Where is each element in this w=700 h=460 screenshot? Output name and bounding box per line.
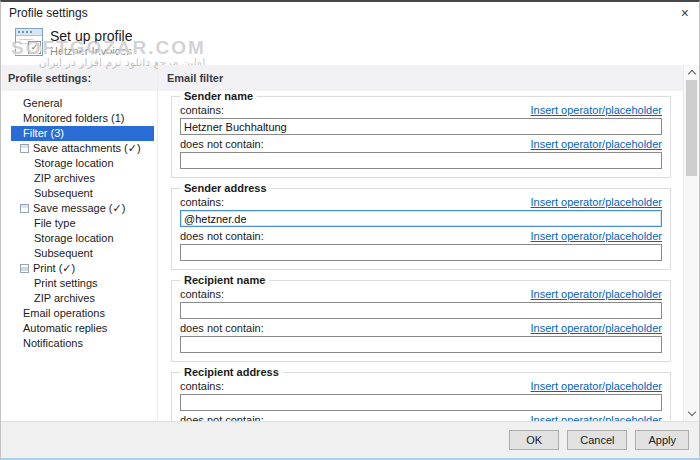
sidebar-item-storage-location[interactable]: Storage location (1, 156, 157, 171)
sidebar-item-label: Monitored folders (1) (23, 111, 125, 126)
field-label: does not contain: (180, 322, 264, 334)
scrollbar-thumb[interactable] (686, 80, 697, 176)
recipient-address-contains-input[interactable] (180, 394, 662, 411)
sidebar-header: Profile settings: (1, 65, 157, 91)
sidebar-list: GeneralMonitored folders (1)Filter (3)Sa… (1, 91, 157, 421)
recipient-name-contains-input[interactable] (180, 302, 662, 319)
sidebar-item-notifications[interactable]: Notifications (1, 336, 157, 351)
title-bar: Profile settings × (1, 2, 699, 23)
header-subtitle: Hetzner Invoices (50, 45, 133, 58)
sidebar-item-label: ZIP archives (34, 171, 95, 186)
cancel-button[interactable]: Cancel (567, 430, 627, 450)
sidebar-item-file-type[interactable]: File type (1, 216, 157, 231)
sidebar-item-label: File type (34, 216, 76, 231)
window-title: Profile settings (9, 6, 88, 20)
sidebar-item-label: Notifications (23, 336, 83, 351)
scroll-down-icon[interactable] (684, 406, 699, 421)
sidebar-item-label: Subsequent (34, 246, 93, 261)
group-title: Recipient name (180, 274, 269, 287)
sidebar-item-filter-3[interactable]: Filter (3) (11, 126, 154, 141)
sidebar: Profile settings: GeneralMonitored folde… (1, 65, 158, 421)
insert-operator-link[interactable]: Insert operator/placeholder (531, 414, 662, 421)
sidebar-item-label: Storage location (34, 231, 114, 246)
profile-settings-dialog: Profile settings × ✓ Set up profile Hetz… (0, 0, 700, 460)
group-sender-address: Sender address contains: Insert operator… (171, 188, 671, 270)
sidebar-item-general[interactable]: General (1, 96, 157, 111)
sender-name-contains-input[interactable] (180, 118, 662, 135)
filter-form: Sender name contains: Insert operator/pl… (158, 91, 699, 421)
sidebar-item-label: Save attachments (✓) (33, 141, 141, 156)
sidebar-item-zip-archives[interactable]: ZIP archives (1, 291, 157, 306)
recipient-name-does-not-contain-input[interactable] (180, 336, 662, 353)
scrollbar[interactable] (683, 65, 699, 421)
sender-address-contains-input[interactable] (180, 210, 662, 227)
group-title: Recipient address (180, 366, 283, 379)
sidebar-item-label: Automatic replies (23, 321, 107, 336)
insert-operator-link[interactable]: Insert operator/placeholder (531, 104, 662, 116)
save-icon (20, 144, 29, 153)
group-title: Sender address (180, 182, 271, 195)
insert-operator-link[interactable]: Insert operator/placeholder (531, 230, 662, 242)
group-recipient-address: Recipient address contains: Insert opera… (171, 372, 671, 421)
insert-operator-link[interactable]: Insert operator/placeholder (531, 196, 662, 208)
sidebar-item-zip-archives[interactable]: ZIP archives (1, 171, 157, 186)
group-sender-name: Sender name contains: Insert operator/pl… (171, 96, 671, 178)
main-panel: Email filter Sender name contains: Inser… (158, 65, 699, 421)
field-label: contains: (180, 288, 224, 300)
sender-name-does-not-contain-input[interactable] (180, 152, 662, 169)
sidebar-item-save-attachments[interactable]: Save attachments (✓) (1, 141, 157, 156)
field-label: contains: (180, 380, 224, 392)
sidebar-item-label: Filter (3) (23, 126, 64, 141)
sidebar-item-label: General (23, 96, 62, 111)
insert-operator-link[interactable]: Insert operator/placeholder (531, 380, 662, 392)
dialog-footer: OKCancelApply (1, 421, 699, 458)
sidebar-item-print[interactable]: Print (✓) (1, 261, 157, 276)
sidebar-item-label: Storage location (34, 156, 114, 171)
insert-operator-link[interactable]: Insert operator/placeholder (531, 138, 662, 150)
apply-button[interactable]: Apply (635, 430, 689, 450)
sidebar-item-subsequent[interactable]: Subsequent (1, 186, 157, 201)
sidebar-item-label: Print settings (34, 276, 98, 291)
field-label: does not contain: (180, 414, 264, 421)
sidebar-item-label: Subsequent (34, 186, 93, 201)
dialog-header: ✓ Set up profile Hetzner Invoices SOFTGO… (1, 23, 699, 65)
header-title: Set up profile (50, 28, 133, 45)
sidebar-item-label: ZIP archives (34, 291, 95, 306)
sidebar-item-label: Print (✓) (33, 261, 75, 276)
group-recipient-name: Recipient name contains: Insert operator… (171, 280, 671, 362)
scrollbar-track[interactable] (684, 80, 699, 406)
sidebar-item-save-message[interactable]: Save message (✓) (1, 201, 157, 216)
sidebar-item-storage-location[interactable]: Storage location (1, 231, 157, 246)
ok-button[interactable]: OK (509, 430, 559, 450)
field-label: does not contain: (180, 230, 264, 242)
insert-operator-link[interactable]: Insert operator/placeholder (531, 322, 662, 334)
sidebar-item-label: Email operations (23, 306, 105, 321)
sender-address-does-not-contain-input[interactable] (180, 244, 662, 261)
field-label: does not contain: (180, 138, 264, 150)
field-label: contains: (180, 104, 224, 116)
group-title: Sender name (180, 91, 257, 103)
close-icon[interactable]: × (681, 6, 689, 20)
page-title: Email filter (158, 65, 699, 91)
scroll-up-icon[interactable] (684, 65, 699, 80)
save-icon (20, 204, 29, 213)
insert-operator-link[interactable]: Insert operator/placeholder (531, 288, 662, 300)
profile-window-icon: ✓ (15, 28, 43, 56)
sidebar-item-email-operations[interactable]: Email operations (1, 306, 157, 321)
sidebar-item-automatic-replies[interactable]: Automatic replies (1, 321, 157, 336)
field-label: contains: (180, 196, 224, 208)
sidebar-item-label: Save message (✓) (33, 201, 125, 216)
print-icon (20, 264, 29, 273)
sidebar-item-print-settings[interactable]: Print settings (1, 276, 157, 291)
sidebar-item-subsequent[interactable]: Subsequent (1, 246, 157, 261)
sidebar-item-monitored-folders-1[interactable]: Monitored folders (1) (1, 111, 157, 126)
